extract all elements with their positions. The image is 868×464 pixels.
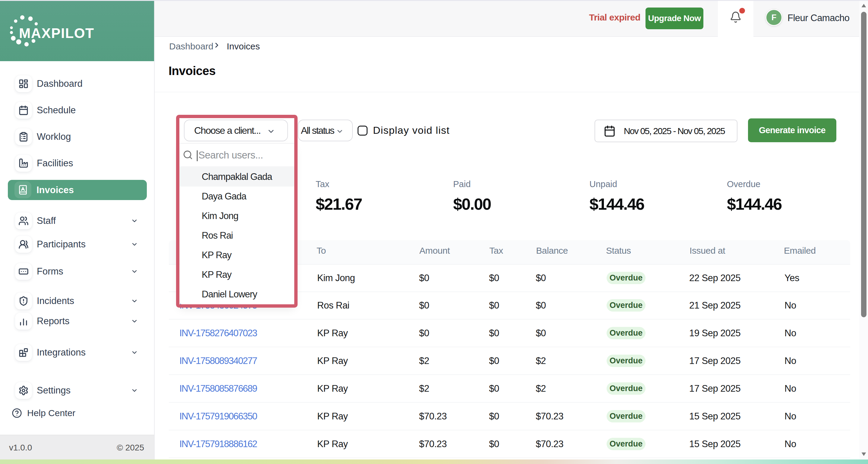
svg-text:MAXPILOT: MAXPILOT bbox=[19, 25, 94, 41]
